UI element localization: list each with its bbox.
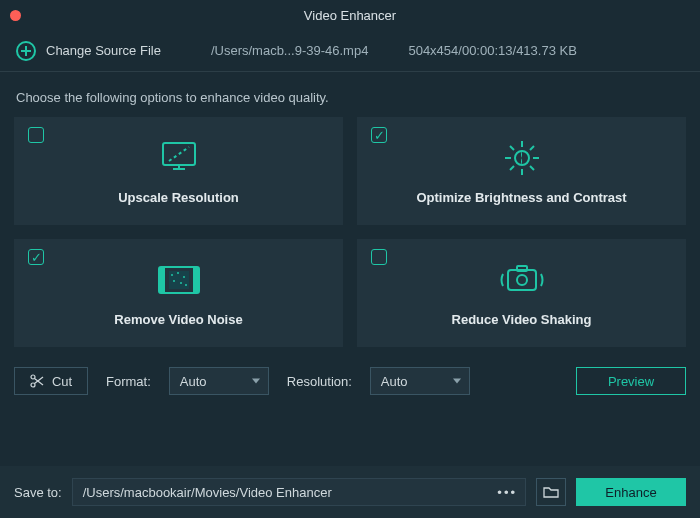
window-title: Video Enhancer [0,8,700,23]
save-path-value: /Users/macbookair/Movies/Video Enhancer [83,485,332,500]
open-folder-button[interactable] [536,478,566,506]
more-button[interactable]: ••• [497,479,517,505]
change-source-button[interactable]: Change Source File [46,43,161,58]
svg-rect-14 [159,267,165,293]
format-select[interactable]: Auto [169,367,269,395]
option-label: Reduce Video Shaking [452,312,592,327]
noise-icon [157,260,201,300]
svg-point-25 [517,275,527,285]
checkbox-shaking[interactable] [371,249,387,265]
enhance-button[interactable]: Enhance [576,478,686,506]
add-source-icon[interactable] [16,41,36,61]
option-label: Optimize Brightness and Contrast [416,190,626,205]
chevron-down-icon [453,379,461,384]
svg-point-19 [183,276,185,278]
option-remove-noise[interactable]: Remove Video Noise [14,239,343,347]
resolution-label: Resolution: [287,374,352,389]
cut-button[interactable]: Cut [14,367,88,395]
svg-rect-16 [169,271,189,289]
instruction-text: Choose the following options to enhance … [0,72,700,117]
svg-point-17 [171,274,173,276]
svg-line-10 [530,166,534,170]
svg-line-12 [510,166,514,170]
option-optimize-brightness[interactable]: Optimize Brightness and Contrast [357,117,686,225]
svg-point-20 [173,280,175,282]
cut-label: Cut [52,374,72,389]
shaking-icon [499,260,545,300]
save-to-label: Save to: [14,485,62,500]
svg-rect-15 [193,267,199,293]
folder-icon [543,485,559,499]
svg-point-22 [185,284,187,286]
source-path: /Users/macb...9-39-46.mp4 [211,43,369,58]
checkbox-upscale[interactable] [28,127,44,143]
svg-line-29 [34,377,43,384]
source-meta: 504x454/00:00:13/413.73 KB [408,43,576,58]
chevron-down-icon [252,379,260,384]
resolution-select[interactable]: Auto [370,367,470,395]
format-value: Auto [180,374,207,389]
svg-point-26 [31,375,35,379]
svg-line-9 [510,146,514,150]
svg-rect-23 [508,270,536,290]
svg-rect-24 [517,266,527,271]
option-reduce-shaking[interactable]: Reduce Video Shaking [357,239,686,347]
resolution-value: Auto [381,374,408,389]
option-label: Upscale Resolution [118,190,239,205]
upscale-icon [159,138,199,178]
save-path-input[interactable]: /Users/macbookair/Movies/Video Enhancer … [72,478,526,506]
svg-point-18 [177,272,179,274]
svg-line-11 [530,146,534,150]
checkbox-brightness[interactable] [371,127,387,143]
option-upscale-resolution[interactable]: Upscale Resolution [14,117,343,225]
brightness-icon [502,138,542,178]
svg-line-1 [169,147,189,161]
svg-point-27 [31,383,35,387]
scissors-icon [30,374,44,388]
format-label: Format: [106,374,151,389]
checkbox-noise[interactable] [28,249,44,265]
option-label: Remove Video Noise [114,312,242,327]
svg-point-21 [180,282,182,284]
preview-button[interactable]: Preview [576,367,686,395]
svg-line-28 [34,379,43,386]
